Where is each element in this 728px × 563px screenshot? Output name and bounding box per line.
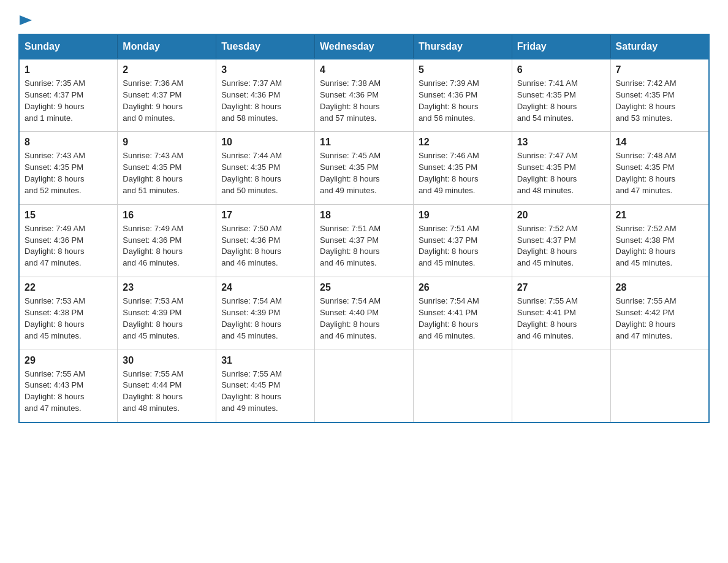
- day-number: 5: [419, 64, 507, 75]
- calendar-cell: 29 Sunrise: 7:55 AMSunset: 4:43 PMDaylig…: [19, 350, 118, 423]
- day-number: 19: [419, 210, 507, 221]
- header-tuesday: Tuesday: [216, 34, 315, 59]
- day-info: Sunrise: 7:54 AMSunset: 4:41 PMDaylight:…: [419, 296, 479, 340]
- day-number: 27: [517, 282, 605, 293]
- calendar-cell: 8 Sunrise: 7:43 AMSunset: 4:35 PMDayligh…: [19, 132, 118, 204]
- calendar-week-5: 29 Sunrise: 7:55 AMSunset: 4:43 PMDaylig…: [19, 350, 709, 423]
- header-wednesday: Wednesday: [315, 34, 414, 59]
- calendar-cell: [315, 350, 414, 423]
- day-number: 25: [320, 282, 408, 293]
- calendar-cell: 9 Sunrise: 7:43 AMSunset: 4:35 PMDayligh…: [118, 132, 216, 204]
- day-info: Sunrise: 7:37 AMSunset: 4:36 PMDaylight:…: [221, 79, 282, 123]
- calendar-cell: 15 Sunrise: 7:49 AMSunset: 4:36 PMDaylig…: [19, 204, 118, 277]
- day-number: 20: [517, 210, 605, 221]
- day-number: 21: [616, 210, 703, 221]
- day-number: 17: [221, 210, 309, 221]
- day-number: 16: [123, 210, 211, 221]
- day-info: Sunrise: 7:43 AMSunset: 4:35 PMDaylight:…: [123, 151, 183, 195]
- calendar-cell: 23 Sunrise: 7:53 AMSunset: 4:39 PMDaylig…: [118, 277, 216, 350]
- day-info: Sunrise: 7:50 AMSunset: 4:36 PMDaylight:…: [221, 224, 282, 268]
- calendar-cell: 1 Sunrise: 7:35 AMSunset: 4:37 PMDayligh…: [19, 59, 118, 132]
- calendar-cell: 16 Sunrise: 7:49 AMSunset: 4:36 PMDaylig…: [118, 204, 216, 277]
- logo-icon: [20, 15, 32, 28]
- day-number: 23: [123, 282, 211, 293]
- day-info: Sunrise: 7:45 AMSunset: 4:35 PMDaylight:…: [320, 151, 381, 195]
- calendar-cell: 12 Sunrise: 7:46 AMSunset: 4:35 PMDaylig…: [413, 132, 512, 204]
- calendar-cell: 25 Sunrise: 7:54 AMSunset: 4:40 PMDaylig…: [315, 277, 414, 350]
- calendar-cell: 10 Sunrise: 7:44 AMSunset: 4:35 PMDaylig…: [216, 132, 315, 204]
- day-info: Sunrise: 7:55 AMSunset: 4:43 PMDaylight:…: [25, 369, 85, 413]
- svg-marker-0: [20, 15, 32, 25]
- day-info: Sunrise: 7:38 AMSunset: 4:36 PMDaylight:…: [320, 79, 381, 123]
- calendar-cell: 2 Sunrise: 7:36 AMSunset: 4:37 PMDayligh…: [118, 59, 216, 132]
- day-info: Sunrise: 7:36 AMSunset: 4:37 PMDaylight:…: [123, 79, 183, 123]
- day-info: Sunrise: 7:41 AMSunset: 4:35 PMDaylight:…: [517, 79, 578, 123]
- calendar-cell: [413, 350, 512, 423]
- calendar-cell: 26 Sunrise: 7:54 AMSunset: 4:41 PMDaylig…: [413, 277, 512, 350]
- calendar-cell: 13 Sunrise: 7:47 AMSunset: 4:35 PMDaylig…: [512, 132, 610, 204]
- calendar-cell: 17 Sunrise: 7:50 AMSunset: 4:36 PMDaylig…: [216, 204, 315, 277]
- calendar-cell: [610, 350, 709, 423]
- calendar-cell: 24 Sunrise: 7:54 AMSunset: 4:39 PMDaylig…: [216, 277, 315, 350]
- day-number: 3: [221, 64, 309, 75]
- header-sunday: Sunday: [19, 34, 118, 59]
- calendar-cell: 27 Sunrise: 7:55 AMSunset: 4:41 PMDaylig…: [512, 277, 610, 350]
- day-info: Sunrise: 7:55 AMSunset: 4:42 PMDaylight:…: [616, 296, 677, 340]
- calendar-week-1: 1 Sunrise: 7:35 AMSunset: 4:37 PMDayligh…: [19, 59, 709, 132]
- logo: [18, 12, 32, 28]
- calendar-table: SundayMondayTuesdayWednesdayThursdayFrid…: [18, 34, 710, 423]
- day-info: Sunrise: 7:49 AMSunset: 4:36 PMDaylight:…: [25, 224, 85, 268]
- calendar-cell: 19 Sunrise: 7:51 AMSunset: 4:37 PMDaylig…: [413, 204, 512, 277]
- page-header: [18, 12, 710, 28]
- day-info: Sunrise: 7:51 AMSunset: 4:37 PMDaylight:…: [320, 224, 381, 268]
- calendar-cell: 11 Sunrise: 7:45 AMSunset: 4:35 PMDaylig…: [315, 132, 414, 204]
- calendar-cell: 30 Sunrise: 7:55 AMSunset: 4:44 PMDaylig…: [118, 350, 216, 423]
- calendar-cell: 14 Sunrise: 7:48 AMSunset: 4:35 PMDaylig…: [610, 132, 709, 204]
- calendar-week-4: 22 Sunrise: 7:53 AMSunset: 4:38 PMDaylig…: [19, 277, 709, 350]
- day-info: Sunrise: 7:47 AMSunset: 4:35 PMDaylight:…: [517, 151, 578, 195]
- day-number: 22: [25, 282, 112, 293]
- day-number: 7: [616, 64, 703, 75]
- day-info: Sunrise: 7:54 AMSunset: 4:39 PMDaylight:…: [221, 296, 282, 340]
- calendar-cell: 3 Sunrise: 7:37 AMSunset: 4:36 PMDayligh…: [216, 59, 315, 132]
- day-number: 24: [221, 282, 309, 293]
- calendar-cell: 28 Sunrise: 7:55 AMSunset: 4:42 PMDaylig…: [610, 277, 709, 350]
- day-info: Sunrise: 7:48 AMSunset: 4:35 PMDaylight:…: [616, 151, 677, 195]
- calendar-header: SundayMondayTuesdayWednesdayThursdayFrid…: [19, 34, 709, 59]
- day-info: Sunrise: 7:43 AMSunset: 4:35 PMDaylight:…: [25, 151, 85, 195]
- day-number: 31: [221, 355, 309, 366]
- day-number: 10: [221, 137, 309, 148]
- day-number: 9: [123, 137, 211, 148]
- day-info: Sunrise: 7:46 AMSunset: 4:35 PMDaylight:…: [419, 151, 479, 195]
- day-number: 4: [320, 64, 408, 75]
- day-info: Sunrise: 7:42 AMSunset: 4:35 PMDaylight:…: [616, 79, 677, 123]
- day-info: Sunrise: 7:53 AMSunset: 4:39 PMDaylight:…: [123, 296, 183, 340]
- header-monday: Monday: [118, 34, 216, 59]
- day-info: Sunrise: 7:51 AMSunset: 4:37 PMDaylight:…: [419, 224, 479, 268]
- header-saturday: Saturday: [610, 34, 709, 59]
- day-info: Sunrise: 7:35 AMSunset: 4:37 PMDaylight:…: [25, 79, 85, 123]
- day-number: 30: [123, 355, 211, 366]
- day-number: 12: [419, 137, 507, 148]
- day-number: 18: [320, 210, 408, 221]
- calendar-cell: [512, 350, 610, 423]
- day-number: 8: [25, 137, 112, 148]
- calendar-body: 1 Sunrise: 7:35 AMSunset: 4:37 PMDayligh…: [19, 59, 709, 423]
- calendar-cell: 21 Sunrise: 7:52 AMSunset: 4:38 PMDaylig…: [610, 204, 709, 277]
- day-number: 28: [616, 282, 703, 293]
- calendar-cell: 4 Sunrise: 7:38 AMSunset: 4:36 PMDayligh…: [315, 59, 414, 132]
- day-info: Sunrise: 7:54 AMSunset: 4:40 PMDaylight:…: [320, 296, 381, 340]
- calendar-cell: 22 Sunrise: 7:53 AMSunset: 4:38 PMDaylig…: [19, 277, 118, 350]
- calendar-cell: 6 Sunrise: 7:41 AMSunset: 4:35 PMDayligh…: [512, 59, 610, 132]
- calendar-cell: 31 Sunrise: 7:55 AMSunset: 4:45 PMDaylig…: [216, 350, 315, 423]
- day-number: 29: [25, 355, 112, 366]
- day-info: Sunrise: 7:52 AMSunset: 4:37 PMDaylight:…: [517, 224, 578, 268]
- day-info: Sunrise: 7:49 AMSunset: 4:36 PMDaylight:…: [123, 224, 183, 268]
- calendar-cell: 5 Sunrise: 7:39 AMSunset: 4:36 PMDayligh…: [413, 59, 512, 132]
- day-info: Sunrise: 7:39 AMSunset: 4:36 PMDaylight:…: [419, 79, 479, 123]
- calendar-cell: 18 Sunrise: 7:51 AMSunset: 4:37 PMDaylig…: [315, 204, 414, 277]
- calendar-cell: 20 Sunrise: 7:52 AMSunset: 4:37 PMDaylig…: [512, 204, 610, 277]
- header-row: SundayMondayTuesdayWednesdayThursdayFrid…: [19, 34, 709, 59]
- day-number: 15: [25, 210, 112, 221]
- day-number: 26: [419, 282, 507, 293]
